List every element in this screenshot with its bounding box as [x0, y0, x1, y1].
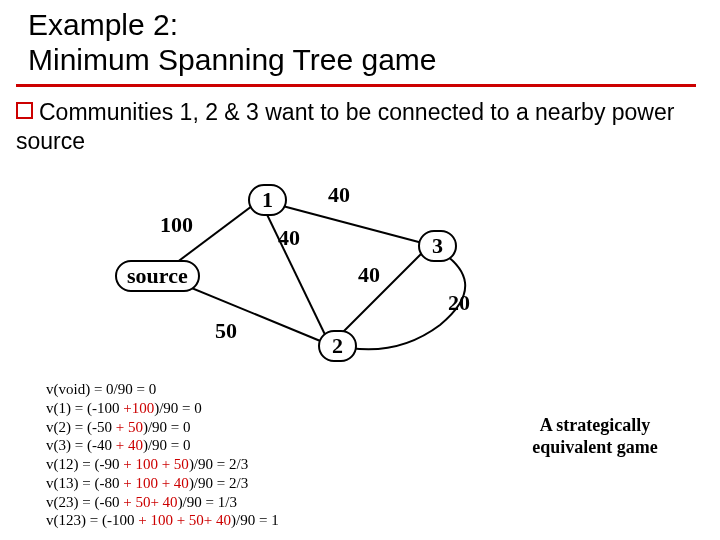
- svg-line-3: [260, 200, 330, 345]
- v-23: v(23) = (-60 + 50+ 40)/90 = 1/3: [46, 493, 279, 512]
- weight-source-2: 50: [215, 318, 237, 344]
- v-void: v(void) = 0/90 = 0: [46, 380, 279, 399]
- caption-line-1: A strategically: [540, 415, 650, 435]
- v-equations: v(void) = 0/90 = 0 v(1) = (-100 +100)/90…: [46, 380, 279, 530]
- weight-3-loop: 20: [448, 290, 470, 316]
- v-13: v(13) = (-80 + 100 + 40)/90 = 2/3: [46, 474, 279, 493]
- slide-title: Example 2: Minimum Spanning Tree game: [28, 8, 437, 77]
- graph-diagram: source 1 2 3 100 40 40 40 20 50: [100, 170, 520, 370]
- title-underline: [16, 84, 696, 87]
- caption-line-2: equivalent game: [532, 437, 658, 457]
- v-1: v(1) = (-100 +100)/90 = 0: [46, 399, 279, 418]
- title-line-1: Example 2:: [28, 8, 178, 41]
- node-1: 1: [248, 184, 287, 216]
- v-123: v(123) = (-100 + 100 + 50+ 40)/90 = 1: [46, 511, 279, 530]
- v-2: v(2) = (-50 + 50)/90 = 0: [46, 418, 279, 437]
- weight-2-3: 40: [358, 262, 380, 288]
- node-source: source: [115, 260, 200, 292]
- node-3: 3: [418, 230, 457, 262]
- bullet-square-icon: [16, 102, 33, 119]
- title-line-2: Minimum Spanning Tree game: [28, 43, 437, 76]
- bullet-text: Communities 1, 2 & 3 want to be connecte…: [16, 98, 710, 156]
- weight-1-3: 40: [328, 182, 350, 208]
- v-3: v(3) = (-40 + 40)/90 = 0: [46, 436, 279, 455]
- weight-1-2: 40: [278, 225, 300, 251]
- weight-source-1: 100: [160, 212, 193, 238]
- slide-root: Example 2: Minimum Spanning Tree game Co…: [0, 0, 720, 540]
- v-12: v(12) = (-90 + 100 + 50)/90 = 2/3: [46, 455, 279, 474]
- node-2: 2: [318, 330, 357, 362]
- side-caption: A strategically equivalent game: [500, 415, 690, 458]
- bullet-content: Communities 1, 2 & 3 want to be connecte…: [16, 99, 674, 154]
